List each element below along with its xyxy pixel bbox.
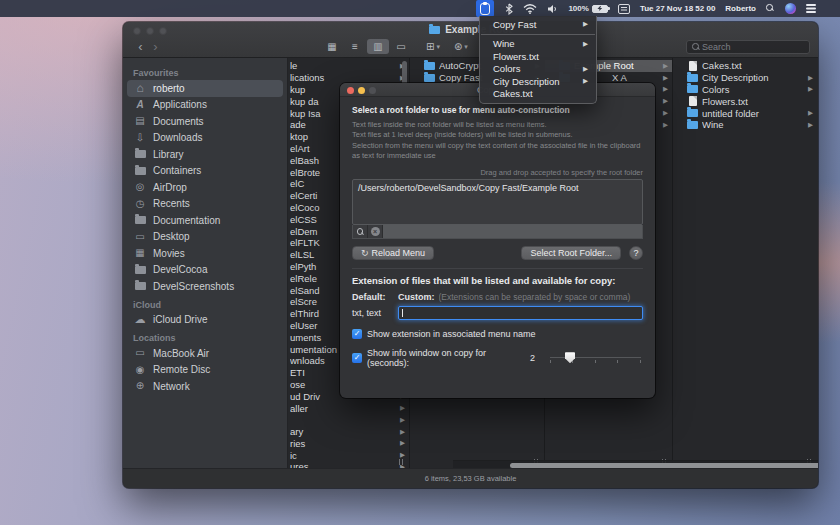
file-row[interactable]: ries ▶ [288, 438, 409, 450]
sidebar-item[interactable]: Documents [127, 113, 283, 130]
spotlight-search-icon[interactable] [766, 0, 775, 17]
action-gear-button[interactable]: ⊛▾ [454, 41, 468, 52]
menu-item[interactable]: City Description ▶ [480, 75, 596, 88]
menubar-user[interactable]: Roberto [725, 0, 756, 17]
file-row[interactable]: Wine ▶ [673, 119, 817, 131]
sidebar-item[interactable]: roberto [127, 80, 283, 97]
select-root-folder-button[interactable]: Select Root Folder... [521, 246, 621, 260]
app-icon [133, 100, 147, 110]
sidebar-item[interactable]: Downloads [127, 130, 283, 147]
file-row[interactable]: le ▶ [288, 60, 409, 72]
dialog-description: Text files inside the root folder will b… [352, 120, 643, 161]
disclosure-arrow-icon: ▶ [808, 109, 813, 117]
folder-icon [135, 150, 146, 158]
file-row[interactable]: ary ▶ [288, 426, 409, 438]
extension-heading: Extension of files that will be listed a… [352, 275, 643, 286]
sidebar-item[interactable]: AirDrop [127, 179, 283, 196]
sidebar-item[interactable]: MacBook Air [127, 345, 283, 362]
show-info-window-checkbox[interactable]: ✓ [352, 353, 362, 363]
finder-toolbar: ‹ › ▦ ≡ ▥ ▭ ⊞▾ ⊛▾ Search [133, 39, 810, 54]
sidebar-item[interactable]: Applications [127, 97, 283, 114]
chevron-down-icon: ▾ [436, 43, 440, 51]
finder-titlebar[interactable]: Example Root ‹ › ▦ ≡ ▥ ▭ ⊞▾ ⊛▾ Search [123, 22, 818, 58]
proxy-folder-icon [429, 26, 440, 34]
menu-item[interactable]: Wine ▶ [480, 38, 596, 51]
menubar-clock[interactable]: Tue 27 Nov 18 52 00 [640, 0, 715, 17]
column-view-button[interactable]: ▥ [367, 39, 389, 54]
wifi-icon[interactable] [523, 0, 537, 17]
close-button[interactable] [347, 87, 354, 94]
sidebar-item[interactable]: Movies [127, 245, 283, 262]
sidebar-item[interactable]: DevelCocoa [127, 262, 283, 279]
bluetooth-icon[interactable] [505, 0, 513, 17]
file-row[interactable]: Flowers.txt ▶ [673, 95, 817, 107]
menu-item[interactable]: Flowers.txt ▶ [480, 50, 596, 63]
search-input[interactable]: Search [686, 40, 810, 54]
battery-status[interactable]: 100% [568, 0, 607, 17]
copy-fast-menu-extra-icon[interactable] [476, 0, 494, 17]
status-text: 6 items, 23,53 GB available [425, 474, 517, 483]
sidebar-item[interactable]: DevelScreenshots [127, 278, 283, 295]
icon-view-button[interactable]: ▦ [321, 39, 343, 54]
menubar: 100% Tue 27 Nov 18 52 00 Roberto [0, 0, 840, 17]
sidebar-item[interactable]: Library [127, 146, 283, 163]
file-row[interactable]: aller ▶ [288, 402, 409, 414]
notification-center-icon[interactable] [806, 0, 816, 17]
sidebar-item[interactable]: Remote Disc [127, 362, 283, 379]
file-row[interactable]: Cakes.txt ▶ [673, 60, 817, 72]
window-title: Example Root [123, 24, 818, 35]
back-button[interactable]: ‹ [133, 39, 148, 54]
cloud-icon [133, 314, 147, 325]
menu-item[interactable]: Copy Fast ▶ [480, 18, 596, 31]
forward-button[interactable]: › [148, 39, 163, 54]
file-row[interactable]: Colors ▶ [673, 84, 817, 96]
zoom-button[interactable] [369, 87, 376, 94]
menu-item[interactable]: Colors ▶ [480, 63, 596, 76]
battery-icon [592, 5, 608, 13]
seconds-slider[interactable] [548, 351, 643, 365]
folder-icon [135, 216, 146, 224]
copy-fast-settings-window: Copy Fast Select a root folder to use fo… [340, 83, 655, 398]
folder-icon [135, 282, 146, 290]
sidebar-item[interactable]: iCloud Drive [127, 312, 283, 329]
menu-item[interactable]: ▶ [481, 34, 595, 35]
file-row[interactable]: ▶ [288, 414, 409, 426]
file-column-4: Cakes.txt ▶ City Description ▶ Colors ▶ … [673, 58, 817, 468]
group-button[interactable]: ⊞▾ [426, 41, 440, 52]
show-extension-checkbox[interactable]: ✓ [352, 329, 362, 339]
file-row[interactable]: lications ▶ [288, 72, 409, 84]
dialog-search-field[interactable] [383, 225, 642, 238]
root-path-box[interactable]: /Users/roberto/DevelSandbox/Copy Fast/Ex… [352, 179, 643, 225]
search-button[interactable] [353, 225, 368, 238]
file-row[interactable]: City Description ▶ [673, 72, 817, 84]
minimize-button[interactable] [358, 87, 365, 94]
list-view-button[interactable]: ≡ [344, 39, 366, 54]
horizontal-scrollbar-thumb[interactable] [510, 463, 818, 468]
horizontal-scrollbar[interactable] [453, 460, 818, 468]
volume-icon[interactable] [547, 0, 558, 17]
gallery-view-button[interactable]: ▭ [390, 39, 412, 54]
reload-menu-button[interactable]: ↻ Reload Menu [352, 246, 434, 260]
menu-item[interactable]: Cakes.txt ▶ [480, 88, 596, 101]
search-icon [357, 228, 364, 235]
sidebar-item[interactable]: Network [127, 378, 283, 395]
clear-button[interactable]: × [368, 225, 383, 238]
column-resize-handle[interactable] [399, 459, 403, 465]
script-menu-icon[interactable] [618, 0, 630, 17]
sidebar-item[interactable]: Desktop [127, 229, 283, 246]
custom-extensions-input[interactable] [398, 306, 643, 320]
sidebar-item[interactable]: Containers [127, 163, 283, 180]
battery-percentage: 100% [568, 4, 588, 13]
sidebar-item[interactable]: Documentation [127, 212, 283, 229]
file-row[interactable]: ic ▶ [288, 449, 409, 461]
slider-thumb[interactable] [565, 352, 575, 363]
file-row[interactable]: ures ▶ [288, 461, 409, 468]
sidebar-section-icloud: iCloud [123, 295, 287, 312]
file-row[interactable]: untitled folder ▶ [673, 107, 817, 119]
sidebar-section-favourites: Favourites [123, 63, 287, 80]
sidebar-item[interactable]: Recents [127, 196, 283, 213]
help-button[interactable]: ? [629, 246, 643, 260]
submenu-arrow-icon: ▶ [583, 77, 588, 85]
disclosure-arrow-icon: ▶ [808, 85, 813, 93]
siri-icon[interactable] [785, 0, 796, 17]
